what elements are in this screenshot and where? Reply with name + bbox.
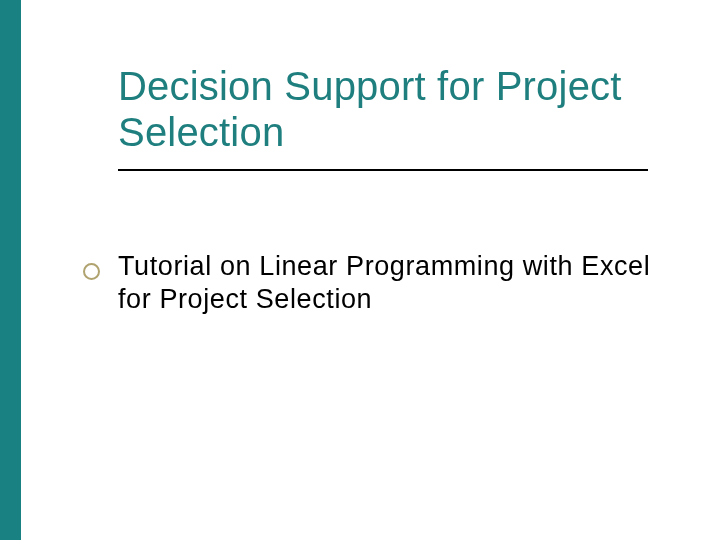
title-underline-rule (118, 169, 648, 171)
accent-vertical-bar (0, 0, 21, 540)
slide-subtitle: Tutorial on Linear Programming with Exce… (118, 250, 663, 316)
slide: Decision Support for Project Selection T… (0, 0, 720, 540)
slide-title: Decision Support for Project Selection (118, 63, 658, 156)
circle-bullet-icon (83, 263, 100, 280)
